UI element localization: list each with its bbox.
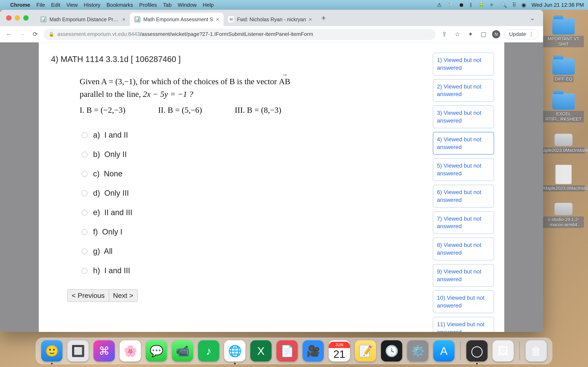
desktop-drive[interactable]: aple2023.0MacInstaller <box>543 133 584 154</box>
menu-file[interactable]: File <box>36 2 45 8</box>
bookmark-button[interactable]: ☆ <box>453 30 462 39</box>
side-panel-button[interactable]: ▢ <box>479 30 488 39</box>
menu-window[interactable]: Window <box>178 2 196 8</box>
menu-help[interactable]: Help <box>203 2 214 8</box>
bluetooth-icon[interactable]: ᛒ <box>469 2 473 8</box>
choice-g[interactable]: g) All <box>82 247 425 256</box>
desktop-file[interactable]: Maple2023.0MacInstaller.dmg <box>543 165 584 192</box>
dock-preview[interactable]: 🖼 <box>493 340 514 361</box>
radio-c[interactable] <box>82 171 87 177</box>
sidebar-q5[interactable]: 5) Viewed but not answered <box>433 158 494 181</box>
menu-history[interactable]: History <box>84 2 100 8</box>
profile-avatar[interactable]: N <box>492 30 500 38</box>
tab-1[interactable]: 📊 Math Emporium Distance Proct × <box>36 13 130 26</box>
url-host: assessment.emporium.vt.edu <box>57 31 127 37</box>
sidebar-q2[interactable]: 2) Viewed but not answered <box>433 79 494 102</box>
sidebar-q6[interactable]: 6) Viewed but not answered <box>433 185 494 208</box>
sidebar-q9[interactable]: 9) Viewed but not answered <box>433 264 494 287</box>
wifi-icon[interactable]: ᯤ <box>490 2 495 8</box>
sidebar-q8[interactable]: 8) Viewed but not answered <box>433 238 494 260</box>
choice-d[interactable]: d) Only III <box>82 189 425 198</box>
dock-trash[interactable]: 🗑 <box>526 340 547 361</box>
dock-photos[interactable]: 🌸 <box>120 340 141 361</box>
sidebar-q7[interactable]: 7) Viewed but not answered <box>433 211 494 234</box>
radio-a[interactable] <box>82 132 87 138</box>
spotlight-icon[interactable]: 🔍 <box>501 2 507 8</box>
status-triangle-icon[interactable]: ⚠︎ <box>437 2 442 8</box>
radio-g[interactable] <box>82 249 87 254</box>
menubar-app-name[interactable]: Chrome <box>10 2 30 8</box>
radio-e[interactable] <box>82 210 87 216</box>
choice-f[interactable]: f) Only I <box>82 227 425 236</box>
desktop-drive[interactable]: s-studio-29.1.2-macos-arm64 <box>543 203 584 228</box>
choice-c[interactable]: c) None <box>82 169 425 178</box>
control-center-icon[interactable]: ⠿ <box>512 2 516 8</box>
sidebar-q11[interactable]: 11) Viewed but not answered <box>433 317 494 332</box>
choice-h[interactable]: h) I and III <box>82 266 425 275</box>
menu-profiles[interactable]: Profiles <box>139 2 157 8</box>
forward-button[interactable]: → <box>17 30 26 39</box>
dock-notes[interactable]: 📝 <box>355 340 376 361</box>
favicon-icon: 📊 <box>40 16 47 22</box>
dock-clock[interactable]: 🕓 <box>381 340 402 361</box>
tabs-dropdown-icon[interactable]: ⌄ <box>530 15 535 22</box>
tab-close-icon[interactable]: × <box>216 16 219 23</box>
menu-edit[interactable]: Edit <box>51 2 60 8</box>
calendar-month: JUN <box>329 342 350 348</box>
dock-excel[interactable]: X <box>250 340 272 361</box>
dock-calendar[interactable]: JUN 21 <box>329 340 350 361</box>
new-tab-button[interactable]: + <box>319 13 329 23</box>
close-window-button[interactable] <box>6 15 11 21</box>
dock-todoist[interactable]: 📄 <box>277 340 298 361</box>
fullscreen-window-button[interactable] <box>23 15 29 21</box>
dock-zoom[interactable]: 🎥 <box>303 340 324 361</box>
choice-e[interactable]: e) II and III <box>82 208 425 217</box>
desktop-folder[interactable]: EXCEL RTIFI...RKSHEET <box>543 93 584 122</box>
previous-button[interactable]: < Previous <box>67 289 109 302</box>
dock-chrome[interactable]: 🌐 <box>224 340 245 361</box>
tab-2[interactable]: 📊 Math Emporium Assessment S × <box>130 13 224 26</box>
dock-obs[interactable]: ◯ <box>466 340 488 361</box>
tab-close-icon[interactable]: × <box>122 16 125 23</box>
sidebar-q1[interactable]: 1) Viewed but not answered <box>433 53 494 75</box>
sidebar-q4[interactable]: 4) Viewed but not answered <box>433 132 494 155</box>
status-utensils-icon[interactable]: 🍴 <box>447 2 453 8</box>
siri-icon[interactable]: ◉ <box>521 2 526 8</box>
dock-launchpad[interactable]: 🔲 <box>67 340 89 361</box>
sidebar-q10[interactable]: 10) Viewed but not answered <box>433 290 494 313</box>
menubar-clock[interactable]: Wed Jun 21 12:38 PM <box>531 2 584 8</box>
menu-view[interactable]: View <box>66 2 78 8</box>
battery-icon[interactable]: 🔋 <box>478 2 484 8</box>
dock-appstore[interactable]: A <box>433 340 454 361</box>
back-button[interactable]: ← <box>4 30 13 39</box>
extensions-button[interactable]: ✦ <box>466 30 475 39</box>
reload-button[interactable]: ⟳ <box>31 30 40 39</box>
dock-shortcuts[interactable]: ⌘ <box>94 340 115 361</box>
radio-h[interactable] <box>82 268 87 274</box>
share-button[interactable]: ⇪ <box>440 30 449 39</box>
answer-choices: a) I and II b) Only II c) None d) Only I… <box>82 131 425 275</box>
minimize-window-button[interactable] <box>15 15 20 21</box>
status-record-icon[interactable]: ⏺ <box>459 2 464 8</box>
dock-settings[interactable]: ⚙️ <box>407 340 428 361</box>
desktop-folder[interactable]: DIFF EQ <box>543 58 584 82</box>
dock-finder[interactable]: 🙂 <box>41 340 62 361</box>
choice-a[interactable]: a) I and II <box>82 131 425 140</box>
radio-b[interactable] <box>82 152 87 157</box>
update-button[interactable]: Update ⋮ <box>504 29 539 39</box>
tab-3[interactable]: M Fwd: Nicholas Ryan - nickryan × <box>224 13 316 26</box>
radio-d[interactable] <box>82 191 87 196</box>
tab-close-icon[interactable]: × <box>309 16 312 23</box>
radio-f[interactable] <box>82 229 87 235</box>
menu-tab[interactable]: Tab <box>163 2 172 8</box>
menu-bookmarks[interactable]: Bookmarks <box>107 2 133 8</box>
desktop-label: s-studio-29.1.2-macos-arm64 <box>543 217 584 228</box>
dock-messages[interactable]: 💬 <box>146 340 167 361</box>
choice-b[interactable]: b) Only II <box>82 150 425 159</box>
dock-facetime[interactable]: 📹 <box>172 340 193 361</box>
dock-spotify[interactable]: ♪ <box>198 340 219 361</box>
sidebar-q3[interactable]: 3) Viewed but not answered <box>433 105 494 128</box>
address-bar[interactable]: 🔒 assessment.emporium.vt.edu:8443/assess… <box>44 29 436 40</box>
next-button[interactable]: Next > <box>109 289 138 302</box>
desktop-folder[interactable]: MPORTANT VT SHIT <box>543 18 584 47</box>
